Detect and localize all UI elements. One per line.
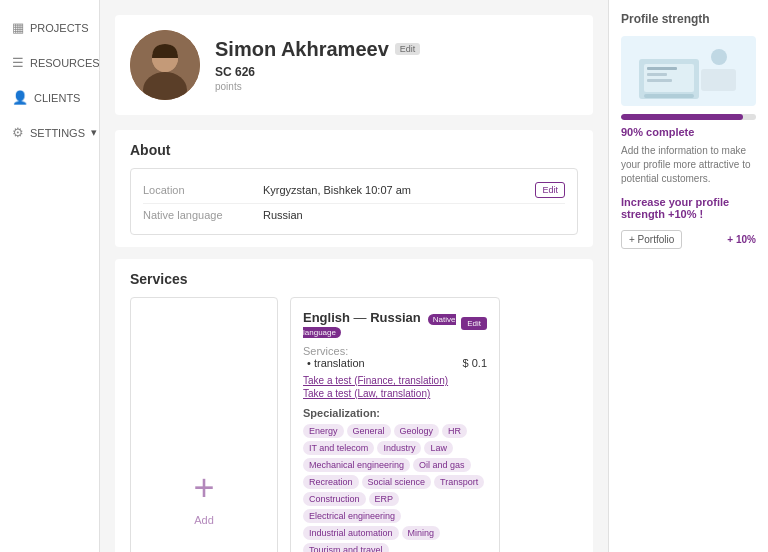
services-row-en-ru: Services: • translation $ 0.1 [303,345,487,369]
panel-title: Profile strength [621,12,756,26]
about-edit-button[interactable]: Edit [535,182,565,198]
panel-desc: Add the information to make your profile… [621,144,756,186]
tag: Electrical engineering [303,509,401,523]
sidebar-item-resources[interactable]: ☰ RESOURCES ▾ [0,45,99,80]
tag: HR [442,424,467,438]
lang-title-en-ru: English — Russian Native language [303,310,461,337]
sc-label: SC [215,65,232,79]
avatar [130,30,200,100]
tag: Tourism and travel [303,543,389,552]
sidebar-item-label: CLIENTS [34,92,80,104]
svg-rect-6 [644,94,694,98]
services-section: Services + Add English — Russian Native … [115,259,593,552]
profile-header: Simon Akhrameev Edit SC 626 points [115,15,593,115]
profile-name: Simon Akhrameev [215,38,389,61]
to-lang-ru: Russian [370,310,421,325]
grid-icon: ▦ [12,20,24,35]
spec-title-en-ru: Specialization: [303,407,487,419]
sc-points: 626 [235,65,255,79]
portfolio-pct: + 10% [727,234,756,245]
svg-rect-10 [647,73,667,76]
about-location-row: Location Kyrgyzstan, Bishkek 10:07 am Ed… [143,177,565,204]
tag: Mining [402,526,441,540]
tag: Energy [303,424,344,438]
svg-rect-9 [647,67,677,70]
svg-rect-11 [647,79,672,82]
points-label: points [215,81,242,92]
test-link-law[interactable]: Take a test (Law, translation) [303,388,487,399]
profile-illustration [621,36,756,106]
service-card-en-ru: English — Russian Native language Edit S… [290,297,500,552]
tag: Law [424,441,453,455]
tag: Transport [434,475,484,489]
services-grid: + Add English — Russian Native language … [130,297,578,552]
profile-points: SC 626 points [215,65,420,93]
tag: IT and telecom [303,441,374,455]
spec-tags-en-ru: Energy General Geology HR IT and telecom… [303,424,487,552]
from-lang-en: English [303,310,354,325]
sidebar: ▦ PROJECTS ☰ RESOURCES ▾ 👤 CLIENTS ⚙ SET… [0,0,100,552]
settings-icon: ⚙ [12,125,24,140]
add-plus-icon: + [193,470,214,506]
about-title: About [130,142,170,158]
price-en-ru: $ 0.1 [463,357,487,369]
services-label-en-ru: Services: [303,345,348,357]
portfolio-button[interactable]: + Portfolio [621,230,682,249]
location-label: Location [143,184,263,196]
dash-en-ru: — [354,310,371,325]
profile-edit-badge[interactable]: Edit [395,43,421,55]
native-lang-label: Native language [143,209,263,221]
sidebar-item-settings[interactable]: ⚙ SETTINGS ▾ [0,115,99,150]
tag: Social science [362,475,432,489]
profile-info: Simon Akhrameev Edit SC 626 points [215,38,420,93]
native-lang-value: Russian [263,209,565,221]
services-title: Services [130,271,578,287]
sidebar-item-label: PROJECTS [30,22,89,34]
tag: Construction [303,492,366,506]
pct-label: 90% complete [621,126,756,138]
edit-btn-en-ru[interactable]: Edit [461,317,487,330]
tag: Geology [394,424,440,438]
lang-card-header-en-ru: English — Russian Native language Edit [303,310,487,337]
tag: ERP [369,492,400,506]
test-link-finance[interactable]: Take a test (Finance, translation) [303,375,487,386]
add-label: Add [194,514,214,526]
sidebar-item-clients[interactable]: 👤 CLIENTS [0,80,99,115]
add-service-card[interactable]: + Add [130,297,278,552]
about-language-row: Native language Russian [143,204,565,226]
clients-icon: 👤 [12,90,28,105]
sidebar-item-label: SETTINGS [30,127,85,139]
progress-bar-container [621,114,756,120]
panel-action-row: + Portfolio + 10% [621,230,756,249]
panel-cta: Increase your profile strength +10% ! [621,196,756,220]
progress-bar-fill [621,114,743,120]
location-value: Kyrgyzstan, Bishkek 10:07 am [263,184,535,196]
tag: Industry [377,441,421,455]
about-section: About Location Kyrgyzstan, Bishkek 10:07… [115,130,593,247]
tag: Industrial automation [303,526,399,540]
tag: Mechanical engineering [303,458,410,472]
svg-point-8 [711,49,727,65]
sidebar-item-projects[interactable]: ▦ PROJECTS [0,10,99,45]
right-panel: Profile strength 90% complete Add the in… [608,0,768,552]
svg-rect-7 [701,69,736,91]
main-content: Simon Akhrameev Edit SC 626 points About… [100,0,608,552]
tag: Recreation [303,475,359,489]
resources-icon: ☰ [12,55,24,70]
tag: General [347,424,391,438]
sidebar-item-label: RESOURCES [30,57,100,69]
service-item-en-ru: • translation [307,357,365,369]
tag: Oil and gas [413,458,471,472]
